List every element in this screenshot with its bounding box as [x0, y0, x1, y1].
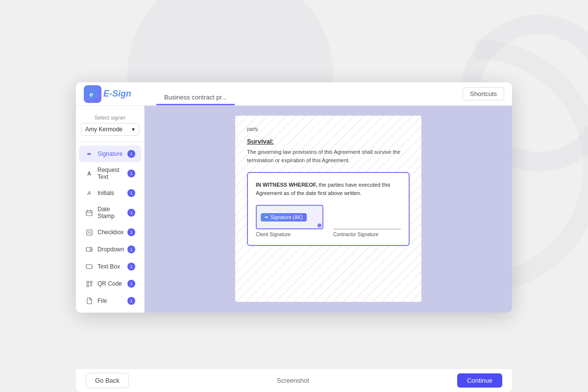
dropdown-icon	[85, 245, 94, 254]
app-header: e E-Sign Business contract pr... Shortcu…	[76, 82, 512, 106]
app-logo: e E-Sign	[84, 85, 152, 103]
sidebar-item-badge-qr-code: 1	[127, 280, 135, 288]
svg-rect-2	[86, 211, 92, 216]
header-tab-area: Business contract pr...	[152, 82, 463, 105]
sidebar-item-label-initials: Initials	[98, 190, 127, 196]
resize-handle[interactable]	[318, 223, 321, 227]
client-signature-box[interactable]: ✒ Signature (AK)	[256, 205, 323, 229]
sidebar-item-label-qr-code: QR Code	[98, 280, 127, 287]
document-tab[interactable]: Business contract pr...	[156, 91, 235, 105]
go-back-button[interactable]: Go Back	[86, 373, 129, 388]
sidebar-item-label-checkbox: Checkbox	[98, 229, 127, 236]
logo-text: E-Sign	[103, 89, 131, 99]
sidebar-item-label-signature: Signature	[98, 150, 127, 157]
signer-dropdown[interactable]: Amy Kermode ▾	[81, 123, 139, 136]
request-text-icon: A	[85, 169, 94, 178]
document-page: party. Survival: The governing law provi…	[235, 116, 421, 302]
contractor-sig-label: Contractor Signature	[333, 232, 401, 237]
svg-rect-6	[87, 230, 92, 235]
sidebar-item-label-dropdown: Dropdown	[98, 246, 127, 253]
sidebar: Select signer Amy Kermode ▾ ✒ Signature …	[76, 106, 145, 313]
screenshot-label: Screenshot	[277, 377, 309, 384]
sidebar-items: ✒ Signature 1 A Request Text 1 A Initial…	[76, 142, 144, 308]
svg-rect-16	[87, 285, 88, 286]
signature-fields: ✒ Signature (AK) Client Signature Contra…	[256, 205, 401, 237]
pen-icon: ✒	[265, 215, 269, 220]
sidebar-item-date-stamp[interactable]: Date Stamp 1	[79, 202, 141, 223]
sidebar-item-checkbox[interactable]: Checkbox 1	[79, 224, 141, 241]
doc-party-text: party.	[247, 125, 410, 133]
date-stamp-icon	[85, 208, 94, 217]
shortcuts-button[interactable]: Shortcuts	[463, 87, 504, 100]
witness-text: IN WITNESS WHEREOF, the parties have exe…	[256, 181, 401, 197]
text-box-icon	[85, 262, 94, 271]
sidebar-item-qr-code[interactable]: QR Code 1	[79, 275, 141, 292]
sidebar-item-label-date-stamp: Date Stamp	[98, 206, 127, 220]
survival-text: The governing law provisions of this Agr…	[247, 148, 410, 164]
survival-heading: Survival:	[247, 138, 410, 145]
sidebar-item-initials[interactable]: A Initials 1	[79, 185, 141, 201]
file-icon	[85, 296, 94, 305]
sidebar-item-badge-checkbox: 1	[127, 228, 135, 236]
svg-rect-15	[91, 282, 91, 282]
sidebar-item-badge-date-stamp: 1	[127, 209, 135, 217]
sidebar-item-signature[interactable]: ✒ Signature 1	[79, 146, 141, 162]
sidebar-item-request-text[interactable]: A Request Text 1	[79, 163, 141, 184]
sidebar-item-badge-dropdown: 1	[127, 245, 135, 253]
sidebar-item-label-text-box: Text Box	[98, 263, 127, 270]
witness-bold: IN WITNESS WHEREOF,	[256, 182, 317, 188]
initials-icon: A	[85, 189, 94, 197]
sidebar-item-text-box[interactable]: Text Box 1	[79, 258, 141, 275]
signer-value: Amy Kermode	[85, 126, 122, 133]
signature-chip: ✒ Signature (AK)	[261, 213, 307, 221]
sidebar-item-badge-request-text: 1	[127, 170, 135, 177]
sidebar-item-badge-initials: 1	[127, 189, 135, 197]
sig-chip-label: Signature (AK)	[270, 215, 303, 220]
client-sig-label: Client Signature	[256, 232, 323, 237]
client-signature-field: ✒ Signature (AK) Client Signature	[256, 205, 323, 237]
sidebar-item-label-file: File	[98, 297, 127, 304]
signer-select-area: Select signer Amy Kermode ▾	[76, 111, 144, 142]
contractor-signature-field: Contractor Signature	[333, 205, 401, 237]
app-body: Select signer Amy Kermode ▾ ✒ Signature …	[76, 106, 512, 313]
sidebar-item-badge-text-box: 1	[127, 263, 135, 270]
checkbox-icon	[85, 228, 94, 237]
qr-code-icon	[85, 279, 94, 288]
signer-label: Select signer	[81, 115, 139, 121]
svg-rect-14	[87, 282, 88, 282]
sidebar-item-badge-file: 1	[127, 297, 135, 305]
sidebar-item-badge-signature: 1	[127, 150, 135, 158]
sidebar-item-label-request-text: Request Text	[98, 167, 127, 180]
continue-button[interactable]: Continue	[457, 373, 502, 388]
svg-rect-10	[86, 265, 92, 269]
app-window: e E-Sign Business contract pr... Shortcu…	[76, 82, 512, 313]
dropdown-chevron-icon: ▾	[132, 126, 135, 133]
contractor-signature-line[interactable]	[333, 205, 401, 229]
app-footer: Go Back Screenshot Continue	[76, 368, 512, 392]
svg-point-7	[88, 231, 90, 233]
witness-box: IN WITNESS WHEREOF, the parties have exe…	[247, 172, 410, 246]
sidebar-item-dropdown[interactable]: Dropdown 1	[79, 241, 141, 258]
svg-rect-8	[86, 247, 92, 251]
main-content: party. Survival: The governing law provi…	[145, 106, 512, 313]
svg-text:e: e	[90, 91, 93, 98]
signature-icon: ✒	[85, 149, 94, 158]
logo-icon: e	[84, 85, 101, 103]
sidebar-item-file[interactable]: File 1	[79, 293, 141, 308]
